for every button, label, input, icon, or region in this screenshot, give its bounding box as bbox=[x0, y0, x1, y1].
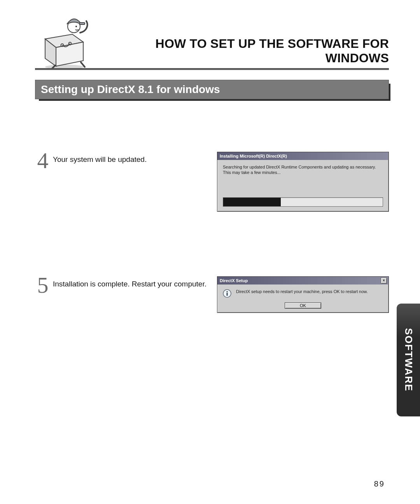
directx-setup-button-row: OK bbox=[217, 301, 388, 313]
close-button[interactable]: × bbox=[381, 277, 387, 284]
step-4: 4 Your system will be updated. Installin… bbox=[35, 152, 389, 234]
section-heading-face: Setting up DirectX 8.1 for windows bbox=[35, 80, 389, 99]
installing-directx-titlebar: Installing Microsoft(R) DirectX(R) bbox=[217, 152, 388, 160]
svg-point-5 bbox=[75, 26, 77, 27]
directx-setup-title: DirectX Setup bbox=[220, 278, 248, 283]
installing-directx-title: Installing Microsoft(R) DirectX(R) bbox=[220, 154, 287, 158]
section-side-tab-label: SOFTWARE bbox=[402, 328, 415, 392]
installing-directx-body: Searching for updated DirectX Runtime Co… bbox=[217, 160, 388, 211]
directx-setup-body: DirectX setup needs to restart your mach… bbox=[217, 284, 388, 301]
installing-directx-message: Searching for updated DirectX Runtime Co… bbox=[223, 165, 383, 176]
section-heading-text: Setting up DirectX 8.1 for windows bbox=[41, 83, 220, 96]
ok-button[interactable]: OK bbox=[285, 302, 321, 309]
info-icon bbox=[223, 289, 231, 298]
directx-setup-titlebar: DirectX Setup × bbox=[217, 277, 388, 284]
step-5-text: Installation is complete. Restart your c… bbox=[53, 279, 206, 289]
svg-rect-8 bbox=[227, 293, 228, 296]
page-number: 89 bbox=[374, 479, 385, 488]
section-side-tab: SOFTWARE bbox=[397, 304, 420, 416]
directx-setup-dialog: DirectX Setup × DirectX setup needs to r… bbox=[217, 276, 389, 313]
step-5-screenshot: DirectX Setup × DirectX setup needs to r… bbox=[217, 276, 389, 313]
install-progress-fill bbox=[223, 198, 281, 206]
mascot-illustration bbox=[37, 12, 92, 70]
step-4-text: Your system will be updated. bbox=[53, 155, 147, 164]
header-rule bbox=[35, 68, 389, 70]
installing-directx-dialog: Installing Microsoft(R) DirectX(R) Searc… bbox=[217, 152, 389, 212]
svg-rect-4 bbox=[79, 23, 85, 25]
step-5: 5 Installation is complete. Restart your… bbox=[35, 276, 389, 331]
install-progress-bar bbox=[223, 197, 383, 207]
page-title: HOW TO SET UP THE SOFTWARE FOR WINDOWS bbox=[97, 37, 389, 65]
step-4-screenshot: Installing Microsoft(R) DirectX(R) Searc… bbox=[217, 152, 389, 212]
section-heading: Setting up DirectX 8.1 for windows bbox=[35, 80, 389, 99]
step-5-number: 5 bbox=[35, 274, 51, 297]
mascot-icon bbox=[37, 12, 92, 70]
svg-point-7 bbox=[226, 291, 228, 292]
page-header: HOW TO SET UP THE SOFTWARE FOR WINDOWS bbox=[35, 12, 389, 70]
directx-setup-message: DirectX setup needs to restart your mach… bbox=[236, 289, 368, 295]
step-4-number: 4 bbox=[35, 149, 51, 172]
